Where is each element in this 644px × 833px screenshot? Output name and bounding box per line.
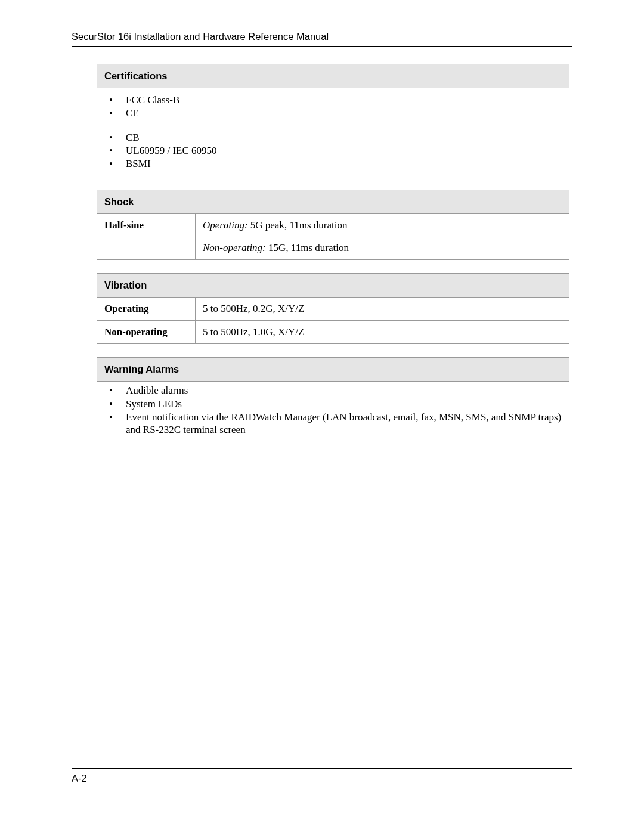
shock-nonoperating-label: Non-operating: [203,242,266,253]
vibration-nonoperating-value: 5 to 500Hz, 1.0G, X/Y/Z [196,321,569,344]
vibration-operating-value: 5 to 500Hz, 0.2G, X/Y/Z [196,298,569,321]
page-header-title: SecurStor 16i Installation and Hardware … [72,31,572,46]
warning-alarms-item: System LEDs [108,398,562,410]
shock-table-container: Shock Half-sine Operating: 5G peak, 11ms… [97,190,569,260]
vibration-operating-label: Operating [97,298,196,321]
page-footer: A-2 [72,768,572,784]
certifications-table-container: Certifications FCC Class-B CE CB UL60959… [97,64,569,176]
certifications-item: CE [108,107,562,119]
certifications-body: FCC Class-B CE CB UL60959 / IEC 60950 BS… [97,88,569,176]
vibration-heading: Vibration [97,274,569,298]
shock-operating-label: Operating: [203,219,248,231]
shock-nonoperating-value: 15G, 11ms duration [266,242,349,253]
shock-row-value: Operating: 5G peak, 11ms duration Non-op… [196,214,569,260]
warning-alarms-item: Audible alarms [108,384,562,397]
certifications-heading: Certifications [97,64,569,88]
vibration-table-container: Vibration Operating 5 to 500Hz, 0.2G, X/… [97,273,569,344]
vibration-table: Vibration Operating 5 to 500Hz, 0.2G, X/… [97,273,569,344]
warning-alarms-item: Event notification via the RAIDWatch Man… [108,411,562,436]
warning-alarms-heading: Warning Alarms [97,358,569,382]
shock-row-label: Half-sine [97,214,196,260]
warning-alarms-body: Audible alarms System LEDs Event notific… [97,382,569,439]
footer-rule [72,768,572,769]
certifications-item: CB [108,131,562,144]
warning-alarms-table-container: Warning Alarms Audible alarms System LED… [97,357,569,439]
certifications-list: FCC Class-B CE [104,94,562,120]
shock-operating-value: 5G peak, 11ms duration [248,219,348,231]
certifications-item: FCC Class-B [108,94,562,106]
certifications-item: UL60959 / IEC 60950 [108,144,562,157]
shock-table: Shock Half-sine Operating: 5G peak, 11ms… [97,190,569,260]
certifications-item: BSMI [108,157,562,170]
vibration-nonoperating-label: Non-operating [97,321,196,344]
certifications-table: Certifications FCC Class-B CE CB UL60959… [97,64,569,176]
warning-alarms-table: Warning Alarms Audible alarms System LED… [97,357,569,439]
shock-heading: Shock [97,190,569,214]
certifications-list-2: CB UL60959 / IEC 60950 BSMI [104,131,562,171]
page-number: A-2 [72,773,572,784]
header-rule [72,46,572,47]
warning-alarms-list: Audible alarms System LEDs Event notific… [104,384,562,436]
